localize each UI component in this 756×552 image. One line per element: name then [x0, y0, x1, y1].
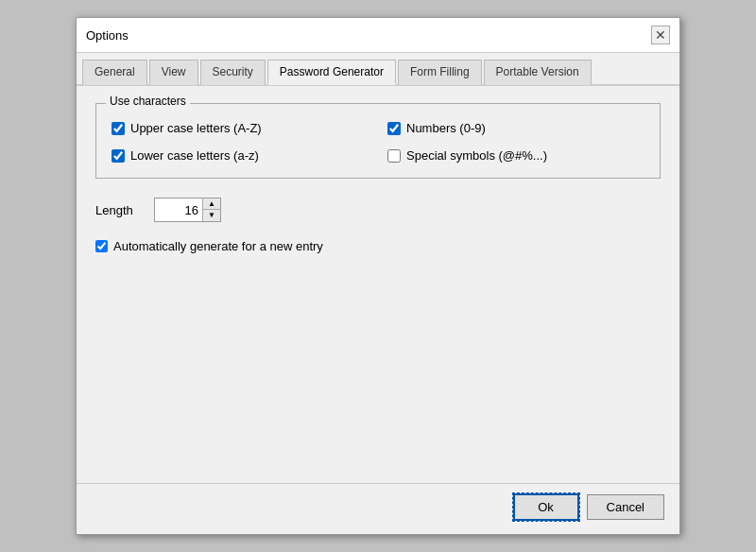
options-dialog: Options ✕ GeneralViewSecurityPassword Ge… — [76, 17, 680, 535]
checkbox-item-uppercase[interactable]: Upper case letters (A-Z) — [112, 121, 369, 135]
length-label: Length — [95, 203, 143, 217]
checkbox-item-numbers[interactable]: Numbers (0-9) — [387, 121, 644, 135]
tab-bar: GeneralViewSecurityPassword GeneratorFor… — [77, 53, 679, 86]
checkbox-uppercase[interactable] — [112, 122, 125, 135]
dialog-title: Options — [86, 28, 129, 43]
checkboxes-grid: Upper case letters (A-Z)Numbers (0-9)Low… — [112, 121, 644, 163]
checkbox-label-uppercase[interactable]: Upper case letters (A-Z) — [130, 121, 262, 135]
checkbox-label-lowercase[interactable]: Lower case letters (a-z) — [130, 148, 259, 163]
tab-security[interactable]: Security — [200, 60, 266, 85]
tab-form-filling[interactable]: Form Filling — [398, 60, 482, 85]
checkbox-numbers[interactable] — [387, 122, 401, 135]
auto-generate-row: Automatically generate for a new entry — [95, 239, 661, 253]
group-legend: Use characters — [106, 95, 190, 108]
checkbox-label-numbers[interactable]: Numbers (0-9) — [406, 121, 486, 135]
spinner-up-button[interactable]: ▲ — [203, 198, 220, 210]
close-button[interactable]: ✕ — [651, 26, 670, 44]
ok-button[interactable]: Ok — [513, 493, 579, 521]
checkbox-special[interactable] — [387, 149, 401, 163]
tab-portable-version[interactable]: Portable Version — [484, 60, 592, 85]
tab-password-generator[interactable]: Password Generator — [267, 60, 396, 85]
spinner-buttons: ▲ ▼ — [202, 198, 220, 221]
content-area: Use characters Upper case letters (A-Z)N… — [77, 86, 679, 483]
tab-view[interactable]: View — [149, 60, 198, 85]
checkbox-lowercase[interactable] — [112, 149, 125, 163]
checkbox-item-lowercase[interactable]: Lower case letters (a-z) — [112, 148, 369, 163]
title-bar: Options ✕ — [77, 18, 679, 53]
footer: Ok Cancel — [77, 483, 679, 534]
characters-group: Use characters Upper case letters (A-Z)N… — [95, 103, 661, 179]
length-row: Length ▲ ▼ — [95, 198, 661, 222]
tab-general[interactable]: General — [82, 60, 147, 85]
cancel-button[interactable]: Cancel — [587, 494, 664, 520]
checkbox-label-special[interactable]: Special symbols (@#%...) — [406, 148, 547, 163]
auto-generate-label[interactable]: Automatically generate for a new entry — [113, 239, 323, 253]
length-spinner[interactable]: ▲ ▼ — [154, 198, 221, 222]
spinner-down-button[interactable]: ▼ — [203, 210, 220, 221]
length-input[interactable] — [155, 198, 202, 221]
checkbox-item-special[interactable]: Special symbols (@#%...) — [387, 148, 644, 163]
auto-generate-checkbox[interactable] — [95, 240, 108, 252]
